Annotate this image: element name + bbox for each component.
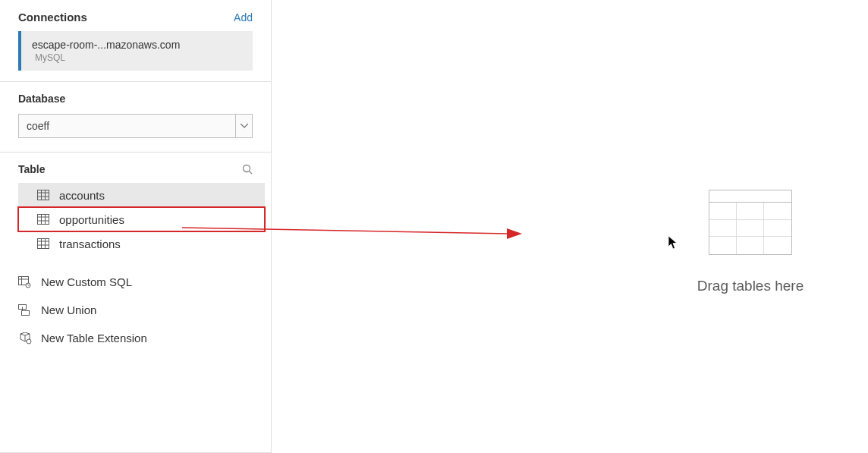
table-item-accounts[interactable]: accounts xyxy=(18,183,265,207)
action-label: New Union xyxy=(41,304,96,316)
search-icon[interactable] xyxy=(242,164,253,175)
table-item-label: transactions xyxy=(59,238,121,250)
svg-point-0 xyxy=(244,165,250,172)
table-item-label: opportunities xyxy=(59,213,124,226)
chevron-down-icon xyxy=(235,115,252,137)
connection-item[interactable]: escape-room-...mazonaws.com MySQL xyxy=(18,31,253,71)
action-label: New Custom SQL xyxy=(41,275,132,288)
svg-rect-12 xyxy=(38,239,49,249)
table-list: accounts opportunities transactions xyxy=(0,183,271,352)
sidebar: Connections Add escape-room-...mazonaws.… xyxy=(0,0,272,453)
table-placeholder-icon xyxy=(709,190,792,255)
table-item-opportunities[interactable]: opportunities xyxy=(18,207,265,231)
custom-sql-icon xyxy=(18,276,32,288)
table-icon xyxy=(36,238,50,249)
table-title: Table xyxy=(18,163,46,175)
database-select[interactable]: coeff xyxy=(18,114,253,138)
connections-title: Connections xyxy=(18,11,87,24)
connection-name: escape-room-...mazonaws.com xyxy=(32,39,242,51)
svg-rect-2 xyxy=(38,190,49,200)
new-union-button[interactable]: New Union xyxy=(0,296,271,324)
svg-point-24 xyxy=(27,339,31,344)
action-label: New Table Extension xyxy=(41,332,147,344)
connections-section: Connections Add escape-room-...mazonaws.… xyxy=(0,0,271,82)
svg-rect-22 xyxy=(22,310,30,315)
table-section: Table accounts opportunities xyxy=(0,153,271,453)
drop-zone-text: Drag tables here xyxy=(697,278,804,294)
canvas-drop-area[interactable]: Drag tables here xyxy=(272,0,868,453)
connection-type: MySQL xyxy=(32,52,242,63)
new-custom-sql-button[interactable]: New Custom SQL xyxy=(0,268,271,296)
database-section: Database coeff xyxy=(0,82,271,153)
table-item-label: accounts xyxy=(59,189,105,202)
new-table-extension-button[interactable]: New Table Extension xyxy=(0,324,271,352)
database-title: Database xyxy=(18,93,253,105)
table-icon xyxy=(36,190,50,200)
database-selected-value: coeff xyxy=(27,120,49,132)
table-extension-icon xyxy=(18,332,32,344)
table-icon xyxy=(36,214,50,225)
table-item-transactions[interactable]: transactions xyxy=(18,231,265,256)
union-icon xyxy=(18,304,32,316)
drop-zone: Drag tables here xyxy=(663,190,838,294)
add-connection-link[interactable]: Add xyxy=(234,11,253,24)
svg-rect-7 xyxy=(38,215,49,225)
svg-line-1 xyxy=(250,171,253,175)
